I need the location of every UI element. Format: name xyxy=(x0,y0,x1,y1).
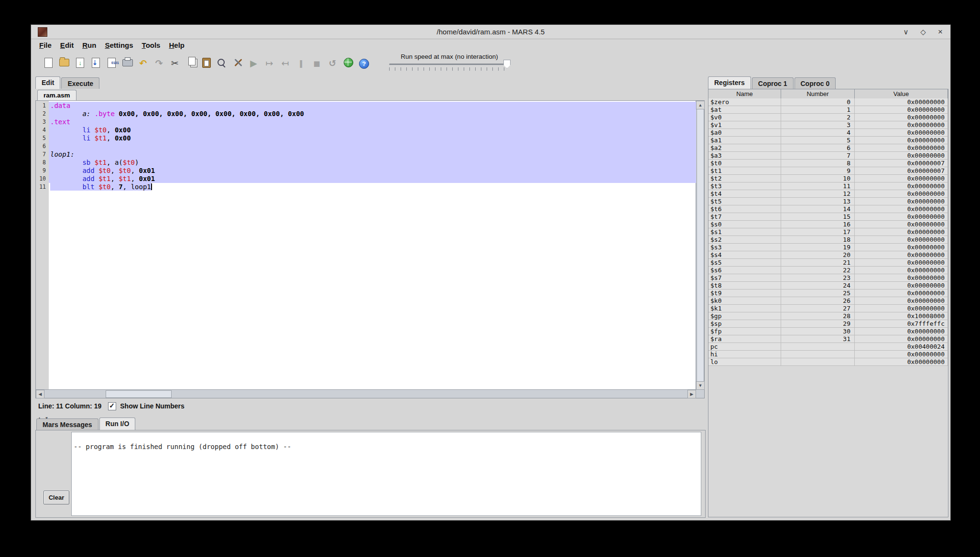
register-value-cell[interactable]: 0x00000000 xyxy=(855,198,948,205)
code-token: loop1 xyxy=(131,183,151,191)
scroll-right-arrow-icon[interactable]: ▶ xyxy=(687,390,696,398)
new-file-button[interactable] xyxy=(41,55,56,72)
tab-coproc-1[interactable]: Coproc 1 xyxy=(752,77,794,89)
register-value-cell[interactable]: 0x00000000 xyxy=(855,121,948,129)
code-token xyxy=(90,110,94,118)
register-value-cell[interactable]: 0x00000000 xyxy=(855,221,948,228)
help-button[interactable]: ? xyxy=(356,55,372,72)
copy-button[interactable] xyxy=(183,55,198,72)
tab-registers[interactable]: Registers xyxy=(708,76,751,89)
scroll-down-arrow-icon[interactable]: ▼ xyxy=(696,381,705,390)
register-value-cell[interactable]: 0x7fffeffc xyxy=(855,320,948,328)
close-icon[interactable] xyxy=(936,28,945,36)
run-io-area[interactable]: -- program is finished running (dropped … xyxy=(71,432,701,516)
register-value-cell[interactable]: 0x00000000 xyxy=(855,137,948,144)
title-bar[interactable]: /home/david/ram.asm - MARS 4.5 xyxy=(31,25,950,39)
register-value-cell[interactable]: 0x00000000 xyxy=(855,213,948,221)
register-number-cell: 20 xyxy=(781,251,855,259)
register-value-cell[interactable]: 0x00000000 xyxy=(855,274,948,282)
register-value-cell[interactable]: 0x00000000 xyxy=(855,358,948,366)
register-value-cell[interactable]: 0x00000000 xyxy=(855,289,948,297)
register-value-cell[interactable]: 0x00000000 xyxy=(855,259,948,267)
scroll-left-arrow-icon[interactable]: ◀ xyxy=(36,390,44,398)
menu-settings[interactable]: Settings xyxy=(100,40,137,51)
maximize-icon[interactable] xyxy=(919,28,927,36)
register-value-cell[interactable]: 0x00000000 xyxy=(855,114,948,121)
register-value-cell[interactable]: 0x00000000 xyxy=(855,190,948,198)
horizontal-scroll-thumb[interactable] xyxy=(106,390,172,398)
register-name-cell: $s5 xyxy=(708,259,781,267)
register-value-cell[interactable]: 0x00000000 xyxy=(855,236,948,244)
show-line-numbers-checkbox[interactable] xyxy=(108,402,116,410)
register-value-cell[interactable]: 0x00000000 xyxy=(855,305,948,312)
clear-button[interactable]: Clear xyxy=(44,491,69,504)
open-file-button[interactable] xyxy=(56,55,72,72)
menu-file[interactable]: File xyxy=(35,40,56,51)
register-number-cell: 22 xyxy=(781,267,855,274)
tab-edit[interactable]: Edit xyxy=(35,76,60,89)
step-button[interactable]: ↦ xyxy=(261,55,277,72)
tab-execute[interactable]: Execute xyxy=(61,77,99,89)
reset-button[interactable]: ↺ xyxy=(325,55,340,72)
register-value-cell[interactable]: 0x00000000 xyxy=(855,152,948,160)
register-value-cell[interactable]: 0x00000000 xyxy=(855,351,948,358)
register-value-cell[interactable]: 0x00000000 xyxy=(855,328,948,335)
menu-help[interactable]: Help xyxy=(164,40,189,51)
register-value-cell[interactable]: 0x00000000 xyxy=(855,282,948,289)
pause-button[interactable]: ‖ xyxy=(293,55,309,72)
save-as-button[interactable]: ⇣ xyxy=(88,55,104,72)
help-globe-button[interactable] xyxy=(340,55,356,72)
menu-run[interactable]: Run xyxy=(78,40,100,51)
register-value-cell[interactable]: 0x00000007 xyxy=(855,167,948,175)
undo-icon: ↶ xyxy=(140,59,147,68)
register-value-cell[interactable]: 0x00400024 xyxy=(855,343,948,351)
editor-horizontal-scrollbar[interactable]: ◀ ▶ xyxy=(36,389,696,398)
redo-button[interactable]: ↷ xyxy=(151,55,167,72)
register-value-cell[interactable]: 0x00000000 xyxy=(855,244,948,251)
register-value-cell[interactable]: 0x00000007 xyxy=(855,160,948,167)
undo-button[interactable]: ↶ xyxy=(135,55,151,72)
tab-mars-messages[interactable]: Mars Messages xyxy=(36,418,98,430)
find-replace-button[interactable] xyxy=(214,55,230,72)
run-speed-slider-track[interactable] xyxy=(389,64,508,65)
scroll-up-arrow-icon[interactable]: ▲ xyxy=(696,101,705,109)
vertical-scroll-thumb[interactable] xyxy=(697,109,704,382)
column-header-number[interactable]: Number xyxy=(781,89,855,99)
run-button[interactable]: ▶ xyxy=(246,55,261,72)
register-value-cell[interactable]: 0x00000000 xyxy=(855,335,948,343)
register-value-cell[interactable]: 0x10008000 xyxy=(855,312,948,320)
code-editor[interactable]: 1.data2 a: .byte 0x00, 0x00, 0x00, 0x00,… xyxy=(36,101,696,390)
column-header-value[interactable]: Value xyxy=(855,89,948,99)
register-value-cell[interactable]: 0x00000000 xyxy=(855,251,948,259)
register-value-cell[interactable]: 0x00000000 xyxy=(855,182,948,190)
print-button[interactable] xyxy=(120,55,135,72)
register-value-cell[interactable]: 0x00000000 xyxy=(855,175,948,182)
tab-run-i-o[interactable]: Run I/O xyxy=(99,418,136,430)
cut-button[interactable]: ✂ xyxy=(167,55,183,72)
register-value-cell[interactable]: 0x00000000 xyxy=(855,228,948,236)
register-value-cell[interactable]: 0x00000000 xyxy=(855,205,948,213)
register-value-cell[interactable]: 0x00000000 xyxy=(855,297,948,305)
register-number-cell: 11 xyxy=(781,182,855,190)
minimize-icon[interactable] xyxy=(902,28,910,36)
menu-edit[interactable]: Edit xyxy=(56,40,78,51)
file-tab-ram-asm[interactable]: ram.asm xyxy=(37,90,76,101)
menu-tools[interactable]: Tools xyxy=(138,40,165,51)
register-value-cell[interactable]: 0x00000000 xyxy=(855,267,948,274)
register-value-cell[interactable]: 0x00000000 xyxy=(855,106,948,114)
editor-vertical-scrollbar[interactable]: ▲ ▼ xyxy=(696,101,704,390)
stop-button[interactable]: ■ xyxy=(309,55,325,72)
register-value-cell[interactable]: 0x00000000 xyxy=(855,129,948,137)
dump-memory-button[interactable]: 0101 xyxy=(104,55,120,72)
backstep-button[interactable]: ↤ xyxy=(277,55,293,72)
tab-coproc-0[interactable]: Coproc 0 xyxy=(795,77,836,89)
save-button[interactable]: ↓ xyxy=(72,55,88,72)
register-value-cell[interactable]: 0x00000000 xyxy=(855,98,948,106)
column-header-name[interactable]: Name xyxy=(708,89,781,99)
window-title: /home/david/ram.asm - MARS 4.5 xyxy=(31,28,950,36)
code-token: .data xyxy=(50,102,70,109)
assemble-button[interactable] xyxy=(230,55,246,72)
paste-button[interactable] xyxy=(198,55,214,72)
register-value-cell[interactable]: 0x00000000 xyxy=(855,144,948,152)
split-divider[interactable]: ▲▼ xyxy=(35,413,705,418)
